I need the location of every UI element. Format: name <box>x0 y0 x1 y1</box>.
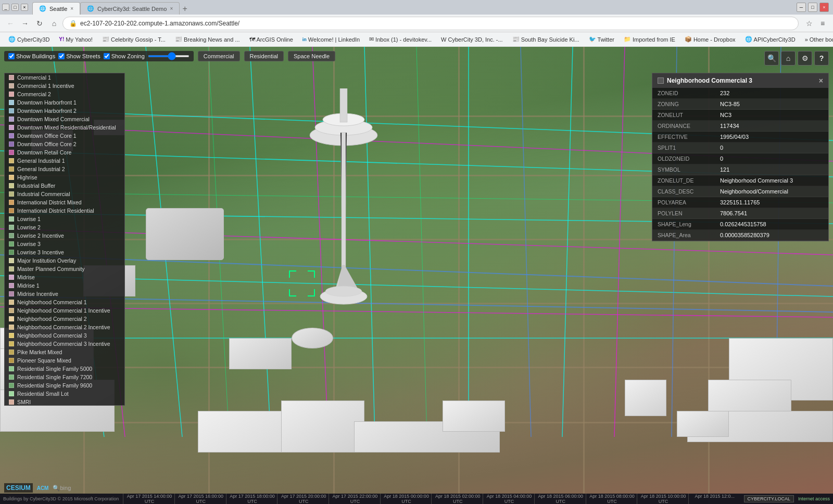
buildings-check[interactable] <box>8 53 15 59</box>
legend-item-label: Downtown Harborfront 2 <box>17 108 77 114</box>
legend-color-swatch <box>9 233 14 238</box>
maximize-btn[interactable]: □ <box>11 4 19 11</box>
legend-item-label: Lowrise 2 <box>17 224 41 230</box>
streets-check[interactable] <box>58 53 65 59</box>
legend-item[interactable]: Downtown Harborfront 2 <box>5 107 124 115</box>
legend-item[interactable]: Midrise Incentive <box>5 290 124 298</box>
legend-item[interactable]: Neighborhood Commercial 3 <box>5 331 124 340</box>
legend-item[interactable]: Industrial Commercial <box>5 190 124 198</box>
bookmark-other[interactable]: » Other bookmarks <box>801 34 833 45</box>
legend-item[interactable]: Master Planned Community <box>5 265 124 273</box>
legend-item[interactable]: Neighborhood Commercial 1 Incentive <box>5 306 124 315</box>
address-bar[interactable]: 🔒 ec2-107-20-210-202.compute-1.amazonaws… <box>62 17 799 30</box>
legend-item[interactable]: Residential Single Family 9600 <box>5 381 124 390</box>
legend-item[interactable]: Downtown Retail Core <box>5 148 124 157</box>
legend-item[interactable]: Downtown Office Core 2 <box>5 140 124 148</box>
new-tab-btn[interactable]: + <box>180 3 190 15</box>
legend-item[interactable]: General Industrial 1 <box>5 157 124 165</box>
legend-item[interactable]: Industrial Buffer <box>5 182 124 190</box>
space-needle-button[interactable]: Space Needle <box>288 51 335 61</box>
show-zoning-checkbox[interactable]: Show Zoning <box>104 53 145 59</box>
legend-item[interactable]: International District Mixed <box>5 198 124 206</box>
bookmark-api-cybercity[interactable]: 🌐 APICyberCity3D <box>741 34 800 45</box>
show-streets-checkbox[interactable]: Show Streets <box>58 53 100 59</box>
legend-item[interactable]: Lowrise 2 <box>5 223 124 231</box>
legend-item[interactable]: Lowrise 2 Incentive <box>5 231 124 240</box>
bookmark-linkedin[interactable]: in Welcome! | LinkedIn <box>298 34 364 45</box>
bookmark-arcgis[interactable]: 🗺 ArcGIS Online <box>245 34 297 45</box>
legend-item[interactable]: Downtown Mixed Commercial <box>5 115 124 123</box>
bookmark-breaking-news[interactable]: 📰 Breaking News and ... <box>171 34 244 45</box>
time-ticks: Apr 17 2015 14:00:00 UTCApr 17 2015 16:0… <box>123 494 739 504</box>
legend-item[interactable]: Residential Small Lot <box>5 390 124 398</box>
legend-item[interactable]: Neighborhood Commercial 2 <box>5 315 124 323</box>
legend-item[interactable]: Lowrise 1 <box>5 215 124 223</box>
legend-item[interactable]: General Industrial 2 <box>5 165 124 173</box>
bookmark-imported-ie[interactable]: 📁 Imported from IE <box>620 34 679 45</box>
legend-item-label: SMRI <box>17 399 31 405</box>
bookmark-twitter[interactable]: 🐦 Twitter <box>585 34 619 45</box>
commercial-button[interactable]: Commercial <box>198 51 240 61</box>
legend-item[interactable]: Downtown Mixed Residential/Residential <box>5 123 124 132</box>
tab-close-btn[interactable]: × <box>170 6 173 11</box>
legend-item[interactable]: Downtown Office Core 1 <box>5 132 124 140</box>
menu-btn[interactable]: ≡ <box>816 17 829 30</box>
legend-item-label: Lowrise 3 Incentive <box>17 249 64 255</box>
tab-favicon: 🌐 <box>87 5 94 12</box>
help-map-icon[interactable]: ? <box>814 51 829 66</box>
property-value: NC3-85 <box>715 99 828 110</box>
legend-item[interactable]: Commercial 1 <box>5 73 124 82</box>
bookmark-myyahoo[interactable]: Y! My Yahoo! <box>55 34 97 45</box>
legend-item[interactable]: Downtown Harborfront 1 <box>5 98 124 107</box>
legend-item[interactable]: Residential Single Family 7200 <box>5 373 124 381</box>
show-buildings-checkbox[interactable]: Show Buildings <box>8 53 55 59</box>
legend-item[interactable]: Pioneer Square Mixed <box>5 356 124 365</box>
legend-item[interactable]: Neighborhood Commercial 3 Incentive <box>5 340 124 348</box>
refresh-button[interactable]: ↻ <box>33 17 46 30</box>
legend-item[interactable]: Lowrise 3 Incentive <box>5 248 124 256</box>
minimize-btn[interactable]: _ <box>2 4 9 11</box>
legend-item[interactable]: Commercial 1 Incentive <box>5 82 124 90</box>
bookmark-south-bay[interactable]: 📰 South Bay Suicide Ki... <box>508 34 584 45</box>
bookmark-cybercity-inc[interactable]: W CyberCity 3D, Inc. -... <box>437 34 507 45</box>
legend-item[interactable]: Neighborhood Commercial 2 Incentive <box>5 323 124 331</box>
bookmark-btn[interactable]: ☆ <box>803 17 815 30</box>
legend-item[interactable]: Neighborhood Commercial 1 <box>5 298 124 306</box>
bookmark-inbox[interactable]: ✉ Inbox (1) - devitokev... <box>365 34 436 45</box>
legend-item[interactable]: Midrise <box>5 273 124 281</box>
property-key: SHAPE_Leng <box>652 219 715 230</box>
forward-button[interactable]: → <box>19 17 31 30</box>
legend-item[interactable]: SMRI <box>5 398 124 406</box>
legend-item[interactable]: Lowrise 3 <box>5 240 124 248</box>
tab-favicon: 🌐 <box>39 5 46 12</box>
search-map-icon[interactable]: 🔍 <box>764 51 779 66</box>
browser-close[interactable]: × <box>819 3 829 12</box>
home-map-icon[interactable]: ⌂ <box>781 51 796 66</box>
legend-item[interactable]: Pike Market Mixed <box>5 348 124 356</box>
legend-item[interactable]: Residential Single Family 5000 <box>5 365 124 373</box>
settings-map-icon[interactable]: ⚙ <box>798 51 812 66</box>
bookmark-celebrity[interactable]: 📰 Celebrity Gossip - T... <box>98 34 170 45</box>
legend-item[interactable]: Major Institution Overlay <box>5 256 124 265</box>
tab-close-btn[interactable]: × <box>70 6 73 11</box>
close-btn[interactable]: × <box>21 4 28 11</box>
legend-item[interactable]: International District Residential <box>5 206 124 215</box>
properties-close-btn[interactable]: × <box>819 76 823 85</box>
legend-item[interactable]: Highrise <box>5 173 124 182</box>
property-value: Neighborhood Commercial 3 <box>715 175 828 186</box>
browser-maximize[interactable]: □ <box>808 3 817 12</box>
opacity-slider[interactable] <box>148 55 190 57</box>
legend-item[interactable]: Commercial 2 <box>5 90 124 98</box>
browser-minimize[interactable]: ─ <box>797 3 806 12</box>
property-row: ZONEID232 <box>652 88 828 99</box>
legend-item[interactable]: Midrise 1 <box>5 281 124 290</box>
tab-cybercity[interactable]: 🌐 CyberCity3d: Seattle Demo × <box>80 2 180 15</box>
bookmark-dropbox[interactable]: 📦 Home - Dropbox <box>680 34 740 45</box>
home-button[interactable]: ⌂ <box>48 17 60 30</box>
back-button[interactable]: ← <box>4 17 17 30</box>
residential-button[interactable]: Residential <box>244 51 284 61</box>
zoning-check[interactable] <box>104 53 110 59</box>
tab-seattle[interactable]: 🌐 Seattle × <box>32 2 80 15</box>
bookmark-cybercity3d[interactable]: 🌐 CyberCity3D <box>4 34 54 45</box>
properties-tbody: ZONEID232ZONINGNC3-85ZONELUTNC3ORDINANCE… <box>652 88 828 241</box>
